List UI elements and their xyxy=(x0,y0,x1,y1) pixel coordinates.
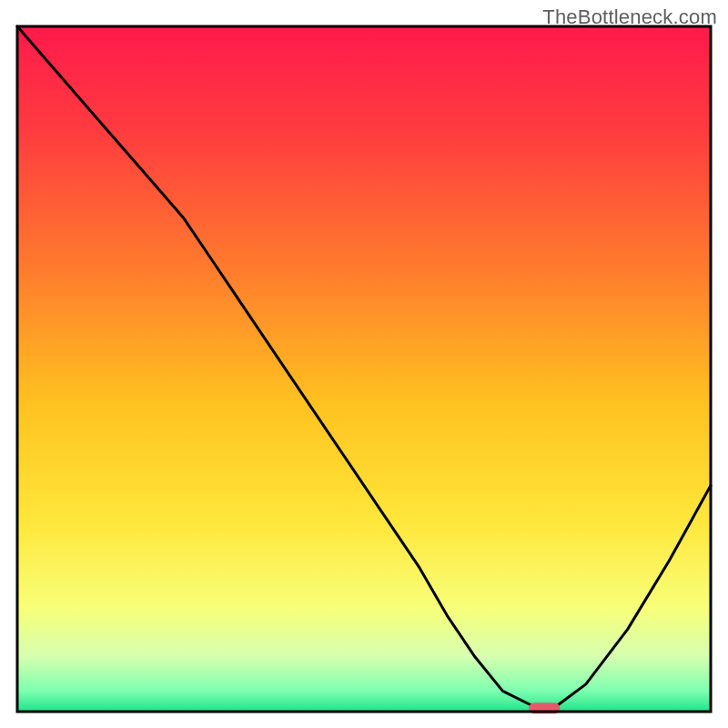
chart-container: TheBottleneck.com xyxy=(0,0,728,728)
gradient-background xyxy=(17,26,711,712)
plot-area xyxy=(17,26,711,713)
bottleneck-chart xyxy=(0,0,728,728)
